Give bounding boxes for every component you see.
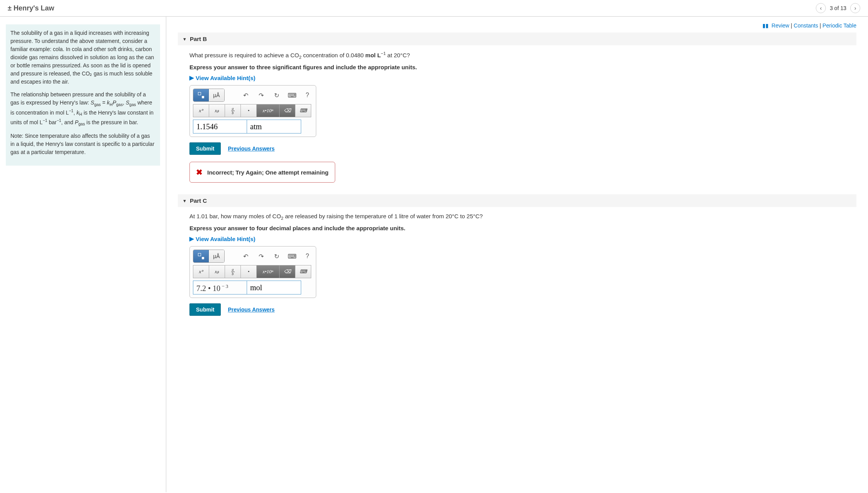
part-c-unit-input[interactable] [247,281,301,294]
part-b-unit-input[interactable] [247,120,301,134]
part-b-label: Part B [190,36,207,42]
help-button[interactable]: ? [302,251,313,262]
undo-button[interactable]: ↶ [240,251,251,262]
prev-page-button[interactable]: ‹ [816,3,826,13]
next-page-button[interactable]: › [850,3,860,13]
part-b-submit-button[interactable]: Submit [189,142,221,155]
dot-button[interactable]: • [240,265,257,278]
feedback-text: Incorrect; Try Again; One attempt remain… [207,169,329,176]
caret-right-icon: ▶ [189,235,194,242]
part-b-feedback: ✖ Incorrect; Try Again; One attempt rema… [189,162,335,183]
scientific-button[interactable]: x•10ⁿ [256,104,280,117]
redo-button[interactable]: ↷ [256,90,266,101]
reset-button[interactable]: ↻ [271,251,282,262]
toolbar-row2: xᵃ xᵦ ab • x•10ⁿ ⌫ ⌨ [193,104,313,117]
template-icon [198,92,204,98]
main-content: ▮▮ Review | Constants | Periodic Table ▼… [166,17,868,492]
toolbar-row1-c: µÅ ↶ ↷ ↻ ⌨ ? [193,250,313,263]
part-b-header[interactable]: ▼ Part B [178,33,856,45]
page-header: ± Henry's Law ‹ 3 of 13 › [0,0,868,17]
superscript-button[interactable]: xᵃ [193,265,209,278]
redo-button[interactable]: ↷ [256,251,266,262]
part-c-answer-box: µÅ ↶ ↷ ↻ ⌨ ? xᵃ xᵦ ab • x•10ⁿ [189,246,316,298]
keyboard-small-button[interactable]: ⌨ [295,104,311,117]
undo-button[interactable]: ↶ [240,90,251,101]
keyboard-small-button[interactable]: ⌨ [295,265,311,278]
info-p1: The solubility of a gas in a liquid incr… [10,29,155,86]
keyboard-button[interactable]: ⌨ [286,251,297,262]
backspace-button[interactable]: ⌫ [279,265,295,278]
superscript-button[interactable]: xᵃ [193,104,209,117]
part-b-previous-answers-link[interactable]: Previous Answers [228,146,275,152]
fraction-button[interactable]: ab [225,265,241,278]
part-c-hints-link[interactable]: ▶ View Available Hint(s) [189,235,845,242]
part-b-hints-link[interactable]: ▶ View Available Hint(s) [189,74,845,81]
greek-button[interactable]: µÅ [209,250,224,262]
page-title: ± Henry's Law [8,4,54,12]
page-counter: 3 of 13 [830,5,846,11]
template-button[interactable] [193,89,209,101]
reset-button[interactable]: ↻ [271,90,282,101]
incorrect-icon: ✖ [196,168,203,177]
part-c-instruction: Express your answer to four decimal plac… [189,225,845,231]
part-c-value-input[interactable]: 7.2 • 10 − 3 [193,281,247,294]
caret-right-icon: ▶ [189,74,194,81]
part-b-answer-box: µÅ ↶ ↷ ↻ ⌨ ? xᵃ xᵦ ab • x•10ⁿ [189,85,316,137]
dot-button[interactable]: • [240,104,257,117]
subscript-button[interactable]: xᵦ [209,265,225,278]
template-button[interactable] [193,250,209,262]
part-c-header[interactable]: ▼ Part C [178,194,856,207]
part-c-question: At 1.01 bar, how many moles of CO2 are r… [189,212,845,222]
part-b-instruction: Express your answer to three significant… [189,64,845,70]
fraction-button[interactable]: ab [225,104,241,117]
keyboard-button[interactable]: ⌨ [286,90,297,101]
caret-down-icon: ▼ [182,199,187,203]
review-link[interactable]: Review [772,22,790,29]
subscript-button[interactable]: xᵦ [209,104,225,117]
sidebar: The solubility of a gas in a liquid incr… [0,17,166,492]
toolbar-row1: µÅ ↶ ↷ ↻ ⌨ ? [193,89,313,102]
constants-link[interactable]: Constants [794,22,818,29]
part-b-body: What pressure is required to achieve a C… [178,50,856,194]
help-button[interactable]: ? [302,90,313,101]
caret-down-icon: ▼ [182,37,187,41]
greek-button[interactable]: µÅ [209,89,224,101]
toolbar-row2-c: xᵃ xᵦ ab • x•10ⁿ ⌫ ⌨ [193,265,313,278]
part-b-value-input[interactable] [193,120,247,134]
info-p3: Note: Since temperature also affects the… [10,132,155,156]
part-b-question: What pressure is required to achieve a C… [189,50,845,61]
part-c-label: Part C [190,197,207,204]
part-c-body: At 1.01 bar, how many moles of CO2 are r… [178,212,856,327]
part-c-previous-answers-link[interactable]: Previous Answers [228,306,275,313]
periodic-table-link[interactable]: Periodic Table [822,22,856,29]
scientific-button[interactable]: x•10ⁿ [256,265,280,278]
info-box: The solubility of a gas in a liquid incr… [6,24,160,166]
page-nav: ‹ 3 of 13 › [816,3,860,13]
info-p2: The relationship between pressure and th… [10,91,155,127]
part-c-submit-button[interactable]: Submit [189,303,221,316]
book-icon: ▮▮ [762,22,769,29]
backspace-button[interactable]: ⌫ [279,104,295,117]
template-icon [198,253,204,259]
top-links: ▮▮ Review | Constants | Periodic Table [178,22,856,29]
